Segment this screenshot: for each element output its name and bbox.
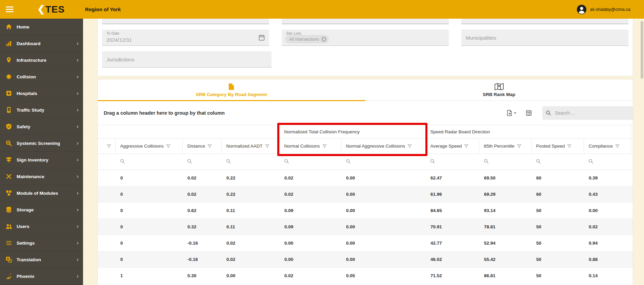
cell-normal-collisions: 0.02: [279, 186, 341, 203]
sidebar-item-maintenance[interactable]: Maintenance›: [0, 168, 83, 185]
header-filter-icon[interactable]: [207, 144, 212, 149]
filter-cell-posted-speed[interactable]: [531, 154, 584, 170]
header-filter-icon[interactable]: [464, 144, 468, 149]
tab-srb-rank-map[interactable]: SRB Rank Map: [365, 79, 633, 100]
column-chooser-button[interactable]: [525, 110, 532, 116]
cell-normal-aggressive-collisions: 0.00: [341, 235, 425, 251]
filter-cell-stub[interactable]: [98, 154, 115, 170]
column-header-cut[interactable]: [631, 139, 633, 154]
user-email[interactable]: ali.shalaby@cima.ca: [590, 7, 630, 12]
sidebar-menu: HomeDashboard›Infrastructure›Collision›H…: [0, 19, 83, 285]
search-icon: [120, 159, 125, 164]
search-icon: [484, 159, 489, 164]
search-input[interactable]: [554, 110, 629, 116]
sidebar-item-traffic-study[interactable]: Traffic Study›: [0, 102, 83, 118]
header-filter-icon[interactable]: [615, 144, 620, 149]
sidebar-item-translation[interactable]: ATranslation›: [0, 251, 83, 268]
table-row[interactable]: 0-0.160.020.000.0046.0255.42500.88: [98, 251, 633, 268]
column-header-85th-percentile[interactable]: 85th Percentile: [479, 139, 531, 154]
vertical-scrollbar-thumb[interactable]: [641, 21, 643, 79]
sidebar-item-sign-inventory[interactable]: Sign Inventory›: [0, 152, 83, 168]
safety-icon: [5, 123, 13, 130]
table-row[interactable]: 00.320.110.090.0070.9178.81500.02: [98, 219, 633, 235]
cell-average-speed: 61.96: [425, 186, 479, 203]
tab-srb-category-by-road-segment[interactable]: SRB Category By Road Segment: [98, 79, 365, 100]
filter-cell-distance[interactable]: [182, 154, 221, 170]
header-filter-icon[interactable]: [407, 144, 412, 149]
remove-chip-icon[interactable]: [321, 36, 327, 42]
storage-icon: [5, 206, 13, 213]
column-header-distance[interactable]: Distance: [182, 139, 221, 154]
table-row[interactable]: 00.020.220.020.0062.4769.50600.39: [98, 170, 633, 186]
chevron-right-icon: ›: [77, 190, 79, 196]
filter-cell-normal-aggressive-collisions[interactable]: [341, 154, 425, 170]
header-filter-icon[interactable]: [322, 144, 327, 149]
hamburger-menu-icon[interactable]: [6, 6, 14, 12]
column-header-compliance[interactable]: Compliance: [584, 139, 631, 154]
filter-cell-normal-collisions[interactable]: [279, 154, 341, 170]
cell-normal-aggressive-collisions: 0.00: [341, 251, 425, 268]
cut-off-field-1[interactable]: [102, 19, 269, 24]
sidebar-item-users[interactable]: Users›: [0, 218, 83, 235]
column-header-aggressive-collisions[interactable]: Aggressive Collisions: [115, 139, 182, 154]
sidebar-item-settings[interactable]: Settings›: [0, 235, 83, 251]
to-date-field[interactable]: To Date 2024/12/31: [102, 30, 269, 46]
sidebar-item-dashboard[interactable]: Dashboard›: [0, 35, 83, 52]
site-lists-chip: All Intersections: [285, 35, 329, 43]
filter-cell-aggressive-collisions[interactable]: [115, 154, 182, 170]
sidebar-item-safety[interactable]: Safety›: [0, 118, 83, 135]
sidebar-item-hospitals[interactable]: Hospitals›: [0, 85, 83, 102]
band-normalized-total-collision-frequency: Normalized Total Collision Frequency: [279, 125, 425, 139]
filter-cell-85th-percentile[interactable]: [479, 154, 531, 170]
sidebar-item-systemic-screening[interactable]: Systemic Screening›: [0, 135, 83, 152]
app-logo[interactable]: ❮ TES: [37, 5, 65, 14]
column-header-average-speed[interactable]: Average Speed: [425, 139, 479, 154]
filter-cell-normalized-aadt[interactable]: [221, 154, 279, 170]
table-row[interactable]: 10.300.000.020.0571.5286.81500.14: [98, 268, 633, 284]
municipalities-field[interactable]: Municipalities: [461, 30, 628, 46]
filter-cell-compliance[interactable]: [584, 154, 631, 170]
sidebar-item-storage[interactable]: Storage›: [0, 202, 83, 218]
cell-distance: 0.62: [182, 203, 221, 219]
sidebar-item-home[interactable]: Home: [0, 19, 83, 35]
sidebar-item-label: Safety: [17, 124, 77, 129]
cut-off-field-3[interactable]: [461, 19, 628, 24]
header-filter-icon[interactable]: [265, 144, 269, 149]
sidebar-item-module-of-modules[interactable]: Module of Modules›: [0, 185, 83, 202]
cell-normal-aggressive-collisions: 0.00: [341, 203, 425, 219]
filter-cell-average-speed[interactable]: [425, 154, 479, 170]
cell-posted-speed: 60: [531, 170, 584, 186]
export-caret-icon: ▾: [514, 111, 516, 115]
cell-normal-collisions: 0.02: [279, 170, 341, 186]
column-header-normal-collisions[interactable]: Normal Collisions: [279, 139, 341, 154]
column-header-posted-speed[interactable]: Posted Speed: [531, 139, 584, 154]
sidebar-nav: HomeDashboard›Infrastructure›Collision›H…: [0, 19, 83, 285]
user-avatar[interactable]: [577, 4, 587, 15]
jurisdictions-field[interactable]: Jurisdictions: [102, 51, 271, 68]
header-filter-icon[interactable]: [517, 144, 521, 149]
header-filter-icon[interactable]: [166, 144, 170, 149]
cell-aggressive-collisions: 0: [115, 235, 182, 251]
band-empty: [631, 125, 633, 139]
column-header-normalized-aadt[interactable]: Normalized AADT: [221, 139, 279, 154]
site-lists-field[interactable]: Site Lists All Intersections: [282, 30, 449, 46]
sidebar-item-infrastructure[interactable]: Infrastructure›: [0, 52, 83, 69]
column-header-stub[interactable]: [98, 139, 115, 154]
cell-normalized-aadt: 0.02: [221, 251, 279, 268]
export-button[interactable]: ▾: [506, 109, 516, 117]
cut-off-field-2[interactable]: [282, 19, 449, 24]
cell-normal-collisions: 0.02: [279, 268, 341, 284]
calendar-icon[interactable]: [258, 34, 265, 41]
band-empty: [182, 125, 221, 139]
sidebar-item-phoenix[interactable]: Phoenix›: [0, 268, 83, 285]
column-header-normal-aggressive-collisions[interactable]: Normal Aggressive Collisions: [341, 139, 425, 154]
table-row[interactable]: 00.020.220.020.0061.9669.29600.43: [98, 186, 633, 203]
sidebar-item-collision[interactable]: Collision›: [0, 69, 83, 85]
infrastructure-icon: [5, 57, 13, 63]
table-row[interactable]: 00.620.110.090.0084.6593.14500.00: [98, 203, 633, 219]
filter-cell-cut[interactable]: [631, 154, 633, 170]
header-filter-icon[interactable]: [107, 144, 111, 149]
table-row[interactable]: 0-0.160.020.000.0042.7752.94500.94: [98, 235, 633, 251]
header-filter-icon[interactable]: [567, 144, 571, 149]
cell-aggressive-collisions: 1: [115, 268, 182, 284]
